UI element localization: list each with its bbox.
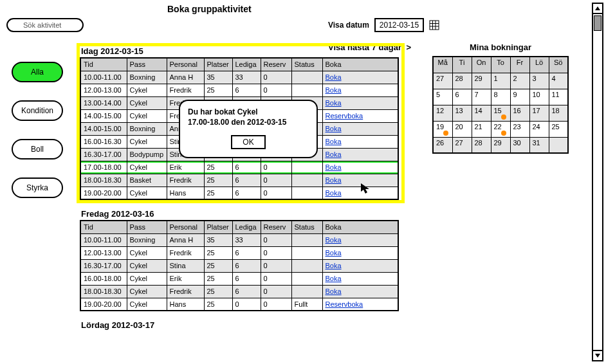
book-link[interactable]: Boka — [326, 125, 342, 132]
cell-status — [291, 187, 322, 199]
cell-action: Boka — [322, 233, 398, 246]
chevron-right-icon: > — [407, 42, 412, 52]
calendar-day[interactable]: 14 — [472, 105, 491, 121]
calendar-day[interactable]: 23 — [510, 121, 529, 137]
calendar-day[interactable]: 29 — [472, 73, 491, 89]
scrollbar[interactable] — [592, 3, 603, 361]
filter-pill-alla[interactable]: Alla — [12, 62, 63, 82]
calendar-day[interactable]: 30 — [510, 137, 529, 153]
book-link[interactable]: Boka — [326, 275, 342, 282]
calendar-day[interactable]: 4 — [549, 73, 568, 89]
book-link[interactable]: Boka — [326, 262, 342, 269]
calendar-day[interactable]: 20 — [452, 121, 472, 137]
scroll-down-arrow[interactable] — [593, 350, 602, 360]
ok-button[interactable]: OK — [231, 135, 265, 149]
calendar-day[interactable]: 8 — [491, 89, 510, 105]
cell-pass: Cykel — [127, 259, 167, 272]
date-label: Visa datum — [328, 21, 369, 30]
column-header: Status — [291, 221, 322, 233]
calendar-day[interactable]: 17 — [529, 105, 549, 121]
calendar-day[interactable]: 1 — [491, 73, 510, 89]
calendar-day[interactable]: 26 — [433, 137, 452, 153]
column-header: Platser — [204, 221, 232, 233]
calendar-day[interactable]: 25 — [549, 121, 568, 137]
cell-lediga: 6 — [232, 84, 261, 96]
calendar-day[interactable]: 18 — [549, 105, 568, 121]
calendar-day[interactable]: 22 — [491, 121, 510, 137]
book-link[interactable]: Boka — [326, 189, 342, 197]
cell-pass: Cykel — [127, 96, 167, 109]
booking-dot-icon — [501, 131, 506, 136]
calendar-day[interactable]: 27 — [433, 73, 452, 89]
calendar-day[interactable]: 12 — [433, 105, 452, 121]
calendar-day[interactable]: 27 — [452, 137, 472, 153]
search-input[interactable]: Sök aktivitet — [6, 18, 84, 32]
cell-platser: 25 — [204, 187, 232, 199]
calendar-day[interactable]: 5 — [433, 89, 452, 105]
cell-action: Boka — [322, 96, 398, 109]
book-link[interactable]: Boka — [326, 176, 342, 184]
cell-reserv: 0 — [261, 233, 291, 246]
calendar-panel: Mina bokningar MåTiOnToFrLöSö27282912345… — [432, 42, 569, 154]
book-link[interactable]: Boka — [326, 150, 342, 158]
cell-status — [291, 246, 322, 259]
calendar-day[interactable]: 16 — [510, 105, 529, 121]
book-link[interactable]: Boka — [326, 163, 342, 171]
calendar-day[interactable]: 13 — [452, 105, 472, 121]
calendar-day[interactable] — [549, 137, 568, 153]
book-link[interactable]: Boka — [326, 99, 342, 107]
calendar-day[interactable]: 31 — [529, 137, 549, 153]
cell-reserv: 0 — [261, 187, 291, 199]
cell-tid: 18.00-18.30 — [80, 174, 127, 187]
cell-personal: Erik — [167, 161, 204, 174]
calendar-day[interactable]: 7 — [472, 89, 491, 105]
book-link[interactable]: Boka — [326, 138, 342, 145]
book-link[interactable]: Reservboka — [326, 112, 363, 120]
calendar-day[interactable]: 28 — [452, 73, 472, 89]
calendar-day[interactable]: 29 — [491, 137, 510, 153]
column-header: Reserv — [261, 58, 291, 71]
cell-action: Boka — [322, 71, 398, 84]
table-row: 16.30-17.00CykelStina2560Boka — [80, 259, 398, 272]
cell-status — [291, 84, 322, 96]
scroll-up-arrow[interactable] — [593, 4, 602, 14]
book-link[interactable]: Boka — [326, 287, 342, 295]
date-filter: Visa datum 2012-03-15 — [328, 18, 439, 32]
book-link[interactable]: Boka — [326, 236, 342, 244]
calendar-day[interactable]: 2 — [510, 73, 529, 89]
filter-pill-kondition[interactable]: Kondition — [12, 100, 63, 121]
table-row: 12.00-13.00CykelFredrik2560Boka — [80, 84, 398, 96]
calendar-day[interactable]: 11 — [549, 89, 568, 105]
calendar-day[interactable]: 3 — [529, 73, 549, 89]
scroll-thumb[interactable] — [594, 15, 601, 31]
cell-action: Boka — [322, 161, 398, 174]
book-link[interactable]: Boka — [326, 86, 342, 94]
column-header: Platser — [204, 58, 232, 71]
calendar-icon[interactable] — [429, 20, 439, 30]
calendar-day[interactable]: 10 — [529, 89, 549, 105]
book-link[interactable]: Reservboka — [326, 300, 363, 308]
date-input[interactable]: 2012-03-15 — [374, 18, 424, 32]
table-row: 10.00-11.00BoxningAnna H35330Boka — [80, 233, 398, 246]
calendar-day[interactable]: 6 — [452, 89, 472, 105]
filter-pill-boll[interactable]: Boll — [12, 139, 63, 159]
calendar-day[interactable]: 19 — [433, 121, 452, 137]
filter-pill-styrka[interactable]: Styrka — [12, 177, 63, 198]
booking-dot-icon — [443, 131, 448, 136]
cell-tid: 18.00-18.30 — [80, 285, 127, 298]
calendar-day[interactable]: 21 — [472, 121, 491, 137]
calendar-day[interactable]: 9 — [510, 89, 529, 105]
calendar-title: Mina bokningar — [432, 42, 569, 52]
cell-tid: 10.00-11.00 — [80, 233, 127, 246]
calendar-day[interactable]: 24 — [529, 121, 549, 137]
cell-action: Boka — [322, 259, 398, 272]
book-link[interactable]: Boka — [326, 73, 342, 81]
cell-platser: 35 — [204, 233, 232, 246]
calendar-day[interactable]: 15 — [491, 105, 510, 121]
book-link[interactable]: Boka — [326, 249, 342, 257]
calendar-header: Må — [433, 57, 452, 73]
calendar-day[interactable]: 28 — [472, 137, 491, 153]
cell-pass: Cykel — [127, 135, 167, 148]
cell-lediga: 33 — [232, 71, 261, 84]
cell-action: Boka — [322, 122, 398, 135]
